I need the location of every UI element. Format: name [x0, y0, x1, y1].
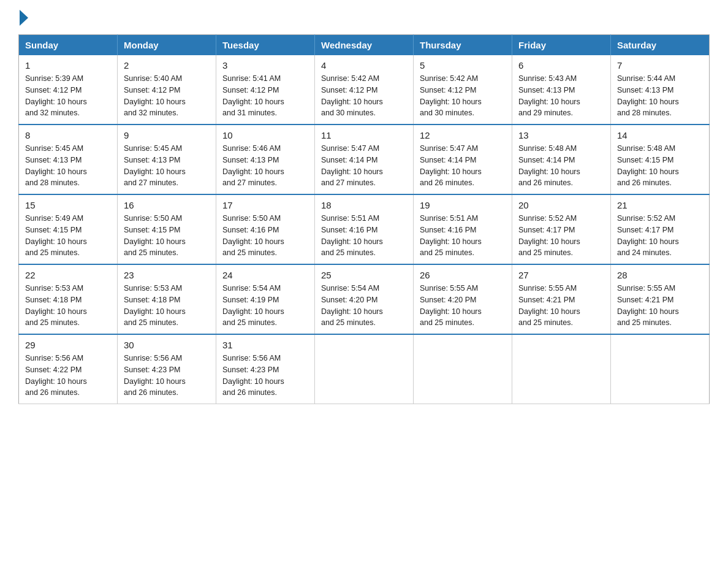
day-info: Sunrise: 5:48 AMSunset: 4:14 PMDaylight:… [518, 143, 604, 189]
day-number: 15 [25, 200, 111, 210]
weekday-header-thursday: Thursday [414, 35, 512, 56]
calendar-cell: 10Sunrise: 5:46 AMSunset: 4:13 PMDayligh… [216, 124, 315, 194]
day-number: 31 [222, 340, 308, 350]
header-row: SundayMondayTuesdayWednesdayThursdayFrid… [19, 35, 710, 56]
calendar-cell: 1Sunrise: 5:39 AMSunset: 4:12 PMDaylight… [19, 55, 118, 124]
calendar-cell: 23Sunrise: 5:53 AMSunset: 4:18 PMDayligh… [118, 264, 216, 334]
day-number: 9 [124, 130, 210, 140]
weekday-header-wednesday: Wednesday [315, 35, 414, 56]
day-info: Sunrise: 5:46 AMSunset: 4:13 PMDaylight:… [222, 143, 308, 189]
day-info: Sunrise: 5:56 AMSunset: 4:23 PMDaylight:… [124, 353, 210, 399]
day-number: 6 [518, 60, 604, 71]
calendar-cell: 20Sunrise: 5:52 AMSunset: 4:17 PMDayligh… [512, 194, 611, 264]
day-info: Sunrise: 5:54 AMSunset: 4:20 PMDaylight:… [321, 283, 407, 329]
day-info: Sunrise: 5:55 AMSunset: 4:21 PMDaylight:… [518, 283, 604, 329]
calendar-cell: 27Sunrise: 5:55 AMSunset: 4:21 PMDayligh… [512, 264, 611, 334]
calendar-cell: 11Sunrise: 5:47 AMSunset: 4:14 PMDayligh… [315, 124, 414, 194]
calendar-cell: 14Sunrise: 5:48 AMSunset: 4:15 PMDayligh… [611, 124, 710, 194]
day-number: 27 [518, 270, 604, 280]
day-number: 12 [420, 130, 506, 140]
day-info: Sunrise: 5:42 AMSunset: 4:12 PMDaylight:… [321, 73, 407, 119]
calendar-cell: 8Sunrise: 5:45 AMSunset: 4:13 PMDaylight… [19, 124, 118, 194]
calendar-cell: 12Sunrise: 5:47 AMSunset: 4:14 PMDayligh… [414, 124, 512, 194]
day-number: 22 [25, 270, 111, 280]
day-info: Sunrise: 5:47 AMSunset: 4:14 PMDaylight:… [321, 143, 407, 189]
day-number: 8 [25, 130, 111, 140]
calendar-cell: 29Sunrise: 5:56 AMSunset: 4:22 PMDayligh… [19, 334, 118, 404]
calendar-cell: 5Sunrise: 5:42 AMSunset: 4:12 PMDaylight… [414, 55, 512, 124]
day-info: Sunrise: 5:56 AMSunset: 4:22 PMDaylight:… [25, 353, 111, 399]
calendar-cell [414, 334, 512, 404]
calendar-cell: 16Sunrise: 5:50 AMSunset: 4:15 PMDayligh… [118, 194, 216, 264]
day-number: 16 [124, 200, 210, 210]
day-info: Sunrise: 5:54 AMSunset: 4:19 PMDaylight:… [222, 283, 308, 329]
calendar-cell: 4Sunrise: 5:42 AMSunset: 4:12 PMDaylight… [315, 55, 414, 124]
calendar-cell: 25Sunrise: 5:54 AMSunset: 4:20 PMDayligh… [315, 264, 414, 334]
day-info: Sunrise: 5:50 AMSunset: 4:16 PMDaylight:… [222, 213, 308, 259]
calendar-cell: 30Sunrise: 5:56 AMSunset: 4:23 PMDayligh… [118, 334, 216, 404]
day-info: Sunrise: 5:44 AMSunset: 4:13 PMDaylight:… [617, 73, 703, 119]
day-info: Sunrise: 5:56 AMSunset: 4:23 PMDaylight:… [222, 353, 308, 399]
day-info: Sunrise: 5:45 AMSunset: 4:13 PMDaylight:… [25, 143, 111, 189]
calendar-cell: 17Sunrise: 5:50 AMSunset: 4:16 PMDayligh… [216, 194, 315, 264]
calendar-cell: 3Sunrise: 5:41 AMSunset: 4:12 PMDaylight… [216, 55, 315, 124]
day-info: Sunrise: 5:53 AMSunset: 4:18 PMDaylight:… [124, 283, 210, 329]
day-info: Sunrise: 5:41 AMSunset: 4:12 PMDaylight:… [222, 73, 308, 119]
day-info: Sunrise: 5:43 AMSunset: 4:13 PMDaylight:… [518, 73, 604, 119]
weekday-header-monday: Monday [118, 35, 216, 56]
day-number: 21 [617, 200, 703, 210]
calendar-table: SundayMondayTuesdayWednesdayThursdayFrid… [18, 34, 710, 404]
calendar-week-4: 22Sunrise: 5:53 AMSunset: 4:18 PMDayligh… [19, 264, 710, 334]
calendar-cell: 6Sunrise: 5:43 AMSunset: 4:13 PMDaylight… [512, 55, 611, 124]
day-number: 25 [321, 270, 407, 280]
calendar-cell: 15Sunrise: 5:49 AMSunset: 4:15 PMDayligh… [19, 194, 118, 264]
day-info: Sunrise: 5:40 AMSunset: 4:12 PMDaylight:… [124, 73, 210, 119]
weekday-header-tuesday: Tuesday [216, 35, 315, 56]
day-number: 26 [420, 270, 506, 280]
calendar-cell: 24Sunrise: 5:54 AMSunset: 4:19 PMDayligh… [216, 264, 315, 334]
day-info: Sunrise: 5:52 AMSunset: 4:17 PMDaylight:… [617, 213, 703, 259]
day-info: Sunrise: 5:39 AMSunset: 4:12 PMDaylight:… [25, 73, 111, 119]
calendar-week-2: 8Sunrise: 5:45 AMSunset: 4:13 PMDaylight… [19, 124, 710, 194]
day-number: 30 [124, 340, 210, 350]
day-number: 18 [321, 200, 407, 210]
logo-arrow-icon [20, 10, 28, 26]
day-number: 24 [222, 270, 308, 280]
day-info: Sunrise: 5:47 AMSunset: 4:14 PMDaylight:… [420, 143, 506, 189]
day-number: 13 [518, 130, 604, 140]
calendar-cell: 19Sunrise: 5:51 AMSunset: 4:16 PMDayligh… [414, 194, 512, 264]
calendar-week-1: 1Sunrise: 5:39 AMSunset: 4:12 PMDaylight… [19, 55, 710, 124]
day-info: Sunrise: 5:53 AMSunset: 4:18 PMDaylight:… [25, 283, 111, 329]
day-number: 7 [617, 60, 703, 71]
day-number: 28 [617, 270, 703, 280]
day-info: Sunrise: 5:45 AMSunset: 4:13 PMDaylight:… [124, 143, 210, 189]
calendar-cell: 13Sunrise: 5:48 AMSunset: 4:14 PMDayligh… [512, 124, 611, 194]
day-number: 5 [420, 60, 506, 71]
calendar-cell [512, 334, 611, 404]
weekday-header-friday: Friday [512, 35, 611, 56]
calendar-cell [315, 334, 414, 404]
day-number: 14 [617, 130, 703, 140]
day-number: 4 [321, 60, 407, 71]
day-info: Sunrise: 5:51 AMSunset: 4:16 PMDaylight:… [321, 213, 407, 259]
day-info: Sunrise: 5:49 AMSunset: 4:15 PMDaylight:… [25, 213, 111, 259]
calendar-cell: 28Sunrise: 5:55 AMSunset: 4:21 PMDayligh… [611, 264, 710, 334]
day-number: 17 [222, 200, 308, 210]
calendar-cell: 22Sunrise: 5:53 AMSunset: 4:18 PMDayligh… [19, 264, 118, 334]
logo [18, 12, 28, 22]
day-number: 1 [25, 60, 111, 71]
day-info: Sunrise: 5:51 AMSunset: 4:16 PMDaylight:… [420, 213, 506, 259]
calendar-cell: 21Sunrise: 5:52 AMSunset: 4:17 PMDayligh… [611, 194, 710, 264]
calendar-cell: 18Sunrise: 5:51 AMSunset: 4:16 PMDayligh… [315, 194, 414, 264]
day-info: Sunrise: 5:55 AMSunset: 4:21 PMDaylight:… [617, 283, 703, 329]
day-number: 2 [124, 60, 210, 71]
calendar-cell: 26Sunrise: 5:55 AMSunset: 4:20 PMDayligh… [414, 264, 512, 334]
weekday-header-saturday: Saturday [611, 35, 710, 56]
page-header [18, 12, 710, 22]
day-number: 19 [420, 200, 506, 210]
day-info: Sunrise: 5:55 AMSunset: 4:20 PMDaylight:… [420, 283, 506, 329]
calendar-cell: 9Sunrise: 5:45 AMSunset: 4:13 PMDaylight… [118, 124, 216, 194]
day-number: 23 [124, 270, 210, 280]
calendar-cell: 7Sunrise: 5:44 AMSunset: 4:13 PMDaylight… [611, 55, 710, 124]
calendar-cell: 2Sunrise: 5:40 AMSunset: 4:12 PMDaylight… [118, 55, 216, 124]
